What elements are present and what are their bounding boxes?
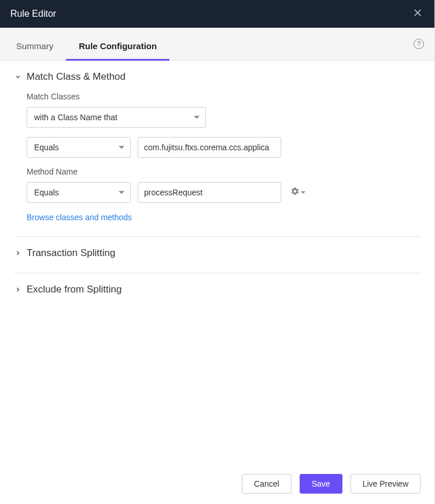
tab-rule-configuration[interactable]: Rule Configuration (66, 31, 169, 60)
chevron-right-icon (14, 286, 22, 294)
modal-header: Rule Editor (0, 0, 434, 28)
live-preview-button[interactable]: Live Preview (351, 474, 421, 494)
modal-footer: Cancel Save Live Preview (0, 463, 434, 504)
help-icon: ? (417, 40, 421, 48)
section-header-transaction-splitting[interactable]: Transaction Splitting (14, 247, 421, 259)
class-operator-value: Equals (34, 143, 59, 152)
chevron-down-icon (14, 73, 22, 81)
close-button[interactable] (411, 8, 424, 20)
chevron-down-icon (301, 191, 305, 194)
modal-title: Rule Editor (10, 9, 56, 19)
rule-editor-modal: Rule Editor Summary Rule Configuration ?… (0, 0, 435, 504)
section-transaction-splitting: Transaction Splitting (0, 237, 434, 273)
class-operator-select[interactable]: Equals (27, 137, 131, 158)
section-title-match: Match Class & Method (27, 71, 126, 83)
method-operator-row: Equals (27, 182, 421, 203)
chevron-down-icon (119, 191, 124, 194)
chevron-down-icon (194, 116, 200, 119)
chevron-down-icon (119, 146, 124, 149)
class-name-input[interactable] (138, 137, 281, 158)
class-name-type-value: with a Class Name that (34, 113, 117, 122)
browse-classes-link[interactable]: Browse classes and methods (27, 213, 132, 222)
method-name-input[interactable] (138, 182, 281, 203)
close-icon (412, 8, 423, 20)
method-operator-select[interactable]: Equals (27, 182, 131, 203)
chevron-right-icon (14, 249, 22, 257)
tab-summary[interactable]: Summary (3, 31, 66, 60)
class-operator-row: Equals (27, 137, 421, 158)
match-classes-label: Match Classes (27, 92, 421, 101)
section-body-match: Match Classes with a Class Name that Equ… (14, 92, 421, 223)
method-operator-value: Equals (34, 188, 59, 197)
class-name-selector-row: with a Class Name that (27, 107, 421, 128)
section-exclude-splitting: Exclude from Splitting (0, 273, 434, 309)
method-options-button[interactable] (288, 184, 308, 201)
tab-bar: Summary Rule Configuration ? (0, 28, 434, 61)
section-header-match[interactable]: Match Class & Method (14, 71, 421, 83)
section-title-transaction-splitting: Transaction Splitting (27, 247, 115, 259)
class-name-type-select[interactable]: with a Class Name that (27, 107, 206, 128)
section-title-exclude-splitting: Exclude from Splitting (27, 284, 121, 295)
gear-icon (290, 187, 300, 198)
content-area: Match Class & Method Match Classes with … (0, 61, 434, 463)
cancel-button[interactable]: Cancel (242, 474, 292, 494)
method-name-label: Method Name (27, 167, 421, 176)
section-header-exclude-splitting[interactable]: Exclude from Splitting (14, 284, 421, 295)
save-button[interactable]: Save (300, 474, 342, 494)
help-button[interactable]: ? (414, 39, 424, 49)
section-match-class-method: Match Class & Method Match Classes with … (0, 61, 434, 236)
